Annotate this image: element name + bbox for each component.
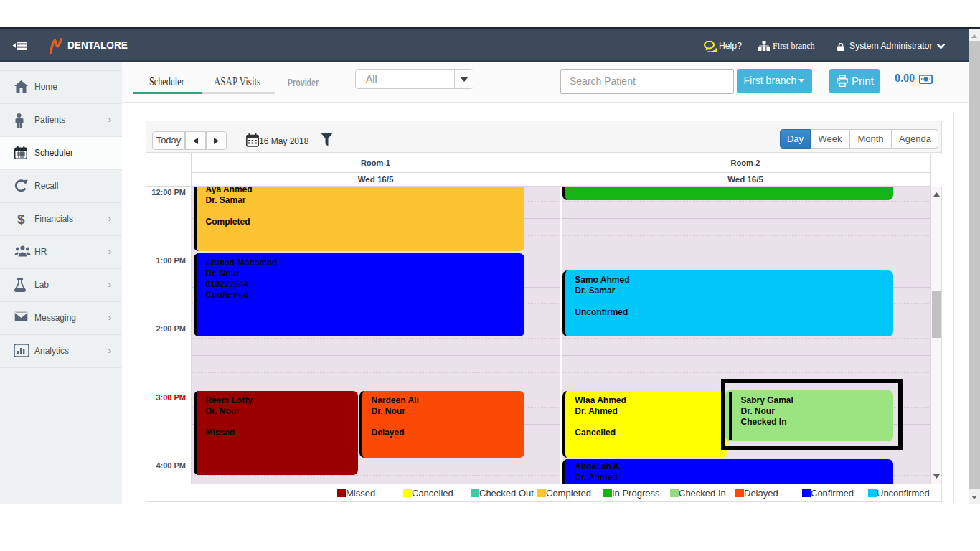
svg-text:$: $ (17, 212, 25, 226)
